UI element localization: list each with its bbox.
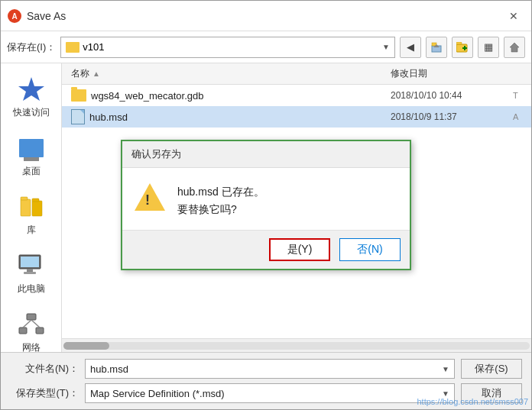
dialog-overlay: 确认另存为 hub.msd 已存在。 要替换它吗? 是(Y) 否(N) — [1, 1, 531, 409]
warning-icon — [135, 183, 165, 214]
dialog-title: 确认另存为 — [122, 141, 410, 168]
yes-button[interactable]: 是(Y) — [269, 238, 330, 261]
confirm-message-line1: hub.msd 已存在。 — [177, 183, 264, 200]
dialog-body: hub.msd 已存在。 要替换它吗? — [122, 168, 410, 230]
confirm-dialog: 确认另存为 hub.msd 已存在。 要替换它吗? 是(Y) 否(N) — [121, 140, 411, 270]
save-as-window: A Save As ✕ 保存在(I)： v101 ▼ ◀ — [0, 0, 532, 410]
confirm-message-line2: 要替换它吗? — [177, 201, 264, 218]
dialog-footer: 是(Y) 否(N) — [122, 230, 410, 269]
warning-triangle — [135, 183, 165, 211]
no-button[interactable]: 否(N) — [339, 238, 401, 261]
confirm-text: hub.msd 已存在。 要替换它吗? — [177, 183, 264, 218]
